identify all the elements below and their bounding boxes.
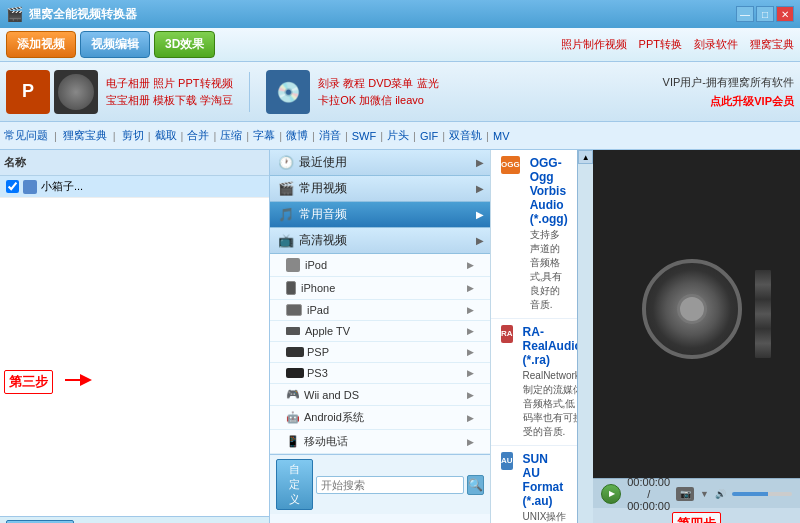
effect-3d-button[interactable]: 3D效果	[154, 31, 215, 58]
nav-gif[interactable]: GIF	[420, 130, 438, 142]
nav-dual-audio[interactable]: 双音轨	[449, 128, 482, 143]
menu-hd-video[interactable]: 📺 高清视频 ▶	[270, 228, 490, 254]
ra-desc: RealNetworks制定的流媒体音频格式,低码率也有可接受的音质.	[523, 369, 578, 439]
menu-psp[interactable]: PSP ▶	[270, 342, 490, 363]
quick-link-2[interactable]: 宝宝相册 模板下载 学淘豆	[106, 93, 233, 108]
volume-slider[interactable]	[732, 492, 792, 496]
nav-subtitle[interactable]: 字幕	[253, 128, 275, 143]
menu-ipod[interactable]: iPod ▶	[270, 254, 490, 277]
vip-upgrade-link[interactable]: 点此升级VIP会员	[710, 94, 794, 109]
reel-outer	[642, 259, 742, 359]
reel-inner	[677, 294, 707, 324]
film-reel	[642, 259, 752, 369]
au-title: SUN AU Format (*.au)	[523, 452, 568, 508]
menu-recent[interactable]: 🕐 最近使用 ▶	[270, 150, 490, 176]
top-tools-link[interactable]: 照片制作视频	[561, 37, 627, 52]
top-burn-link[interactable]: 刻录软件	[694, 37, 738, 52]
format-menu-panel: 🕐 最近使用 ▶ 🎬 常用视频 ▶ 🎵 常用音频 ▶ 📺 高清视频 ▶ iPod…	[270, 150, 490, 523]
common-video-icon: 🎬	[278, 181, 294, 196]
quick-link-1[interactable]: 电子相册 照片 PPT转视频	[106, 76, 233, 91]
file-list: 小箱子...	[0, 176, 269, 516]
camera-dropdown[interactable]: ▼	[700, 489, 709, 499]
common-audio-arrow: ▶	[476, 209, 484, 220]
android-icon: 🤖	[286, 411, 300, 424]
ogg-icon: OGG	[501, 156, 520, 174]
menu-mobile[interactable]: 📱 移动电话 ▶	[270, 430, 490, 454]
subtitle-row: 无可用字幕	[0, 516, 269, 523]
edit-video-button[interactable]: 视频编辑	[80, 31, 150, 58]
screenshot-button[interactable]: 📷	[676, 487, 694, 501]
top-ppt-link[interactable]: PPT转换	[639, 37, 682, 52]
nav-cut[interactable]: 剪切	[122, 128, 144, 143]
ra-title: RA-RealAudio (*.ra)	[523, 325, 578, 367]
menu-appletv[interactable]: Apple TV ▶	[270, 321, 490, 342]
minimize-button[interactable]: —	[736, 6, 754, 22]
common-audio-label: 常用音频	[299, 206, 347, 223]
close-button[interactable]: ✕	[776, 6, 794, 22]
format-ogg[interactable]: OGG OGG-Ogg Vorbis Audio (*.ogg) 支持多声道的音…	[491, 150, 577, 319]
appletv-icon	[286, 327, 300, 335]
mobile-icon: 📱	[286, 435, 300, 448]
ps3-label: PS3	[307, 367, 328, 379]
menu-ps3[interactable]: PS3 ▶	[270, 363, 490, 384]
add-video-button[interactable]: 添加视频	[6, 31, 76, 58]
top-banner: P 电子相册 照片 PPT转视频 宝宝相册 模板下载 学淘豆 💿 刻录 教程 D…	[0, 62, 800, 122]
menu-ipad[interactable]: iPad ▶	[270, 300, 490, 321]
restore-button[interactable]: □	[756, 6, 774, 22]
time-display: 00:00:00 / 00:00:00	[627, 476, 670, 512]
search-button[interactable]: 🔍	[467, 475, 484, 495]
subtitle-button[interactable]: 无可用字幕	[6, 520, 74, 524]
extra-link-2[interactable]: 卡拉OK 加微信 ileavo	[318, 93, 438, 108]
video-preview	[593, 150, 800, 478]
vip-info: VIP用户-拥有狸窝所有软件	[663, 75, 794, 90]
recent-icon: 🕐	[278, 155, 294, 170]
hd-arrow: ▶	[476, 235, 484, 246]
psp-icon	[286, 347, 304, 357]
file-item[interactable]: 小箱子...	[0, 176, 269, 198]
psp-label: PSP	[307, 346, 329, 358]
menu-wii[interactable]: 🎮 Wii and DS ▶	[270, 384, 490, 406]
format-au[interactable]: AU SUN AU Format (*.au) UNIX操作系统下的数字音频格式…	[491, 446, 577, 523]
android-label: Android系统	[304, 410, 364, 425]
format-ra[interactable]: RA RA-RealAudio (*.ra) RealNetworks制定的流媒…	[491, 319, 577, 446]
ipad-label: iPad	[307, 304, 329, 316]
ra-icon: RA	[501, 325, 513, 343]
nav-mute[interactable]: 消音	[319, 128, 341, 143]
custom-button[interactable]: 自定义	[276, 459, 313, 510]
step3-label: 第三步	[4, 370, 53, 394]
search-input[interactable]	[316, 476, 464, 494]
common-audio-icon: 🎵	[278, 207, 294, 222]
nav-faq[interactable]: 常见问题	[4, 128, 48, 143]
name-column-header: 名称	[4, 155, 26, 170]
nav-store[interactable]: 狸窝宝典	[63, 128, 107, 143]
hd-icon: 📺	[278, 233, 294, 248]
nav-merge[interactable]: 合并	[187, 128, 209, 143]
nav-row: 常见问题 | 狸窝宝典 | 剪切 | 截取 | 合并 | 压缩 | 字幕 | 微…	[0, 122, 800, 150]
nav-header[interactable]: 片头	[387, 128, 409, 143]
hd-label: 高清视频	[299, 232, 347, 249]
au-icon: AU	[501, 452, 513, 470]
file-name: 小箱子...	[41, 179, 83, 194]
file-checkbox[interactable]	[6, 180, 19, 193]
recent-label: 最近使用	[299, 154, 347, 171]
volume-icon: 🔊	[715, 489, 726, 499]
extra-link-1[interactable]: 刻录 教程 DVD菜单 蓝光	[318, 76, 438, 91]
menu-common-audio[interactable]: 🎵 常用音频 ▶	[270, 202, 490, 228]
nav-compress[interactable]: 压缩	[220, 128, 242, 143]
menu-android[interactable]: 🤖 Android系统 ▶	[270, 406, 490, 430]
common-video-arrow: ▶	[476, 183, 484, 194]
film-strip	[754, 269, 772, 359]
play-button[interactable]: ▶	[601, 484, 621, 504]
scroll-up-button[interactable]: ▲	[578, 150, 593, 164]
menu-iphone[interactable]: iPhone ▶	[270, 277, 490, 300]
nav-weibo[interactable]: 微博	[286, 128, 308, 143]
player-controls: ▶ 00:00:00 / 00:00:00 📷 ▼ 🔊	[593, 478, 800, 508]
iphone-icon	[286, 281, 296, 295]
scroll-panel: ▲ ▼	[577, 150, 593, 523]
nav-swf[interactable]: SWF	[352, 130, 376, 142]
menu-common-video[interactable]: 🎬 常用视频 ▶	[270, 176, 490, 202]
nav-trim[interactable]: 截取	[155, 128, 177, 143]
step4-area: 第四步	[593, 508, 800, 523]
top-store-link[interactable]: 狸窝宝典	[750, 37, 794, 52]
nav-mv[interactable]: MV	[493, 130, 510, 142]
